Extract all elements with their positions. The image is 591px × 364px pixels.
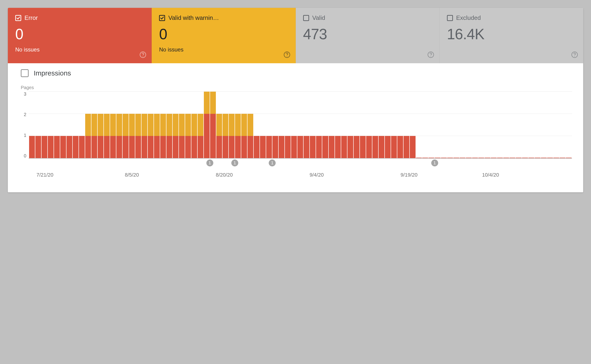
bar-column[interactable] — [516, 92, 521, 158]
bar-column[interactable] — [397, 92, 403, 158]
bar-column[interactable] — [472, 92, 478, 158]
card-valid[interactable]: Valid 473 — [296, 8, 440, 63]
bar-column[interactable] — [104, 92, 110, 158]
bar-column[interactable] — [403, 92, 409, 158]
bar-column[interactable] — [503, 92, 509, 158]
bar-column[interactable] — [322, 92, 328, 158]
bar-column[interactable] — [291, 92, 297, 158]
bar-column[interactable] — [148, 92, 154, 158]
bar-column[interactable] — [460, 92, 465, 158]
bar-column[interactable] — [273, 92, 278, 158]
bar-column[interactable] — [54, 92, 60, 158]
bar-column[interactable] — [66, 92, 72, 158]
bar-column[interactable] — [241, 92, 247, 158]
checkbox-checked-icon[interactable] — [159, 15, 165, 21]
bar-column[interactable] — [360, 92, 366, 158]
bar-column[interactable] — [160, 92, 166, 158]
bar-column[interactable] — [335, 92, 341, 158]
bar-column[interactable] — [491, 92, 497, 158]
bar-column[interactable] — [173, 92, 178, 158]
bar-column[interactable] — [522, 92, 528, 158]
bar-column[interactable] — [329, 92, 335, 158]
bar-column[interactable] — [247, 92, 253, 158]
bar-column[interactable] — [441, 92, 447, 158]
bar-column[interactable] — [341, 92, 347, 158]
bar-column[interactable] — [310, 92, 316, 158]
event-marker[interactable]: 1 — [269, 160, 276, 166]
bar-column[interactable] — [254, 92, 260, 158]
checkbox-unchecked-icon[interactable] — [21, 69, 29, 77]
bar-column[interactable] — [60, 92, 66, 158]
event-marker[interactable]: 1 — [231, 160, 238, 166]
bar-column[interactable] — [42, 92, 47, 158]
bar-column[interactable] — [73, 92, 78, 158]
bar-column[interactable] — [35, 92, 41, 158]
bar-column[interactable] — [85, 92, 91, 158]
bar-column[interactable] — [135, 92, 141, 158]
bar-column[interactable] — [91, 92, 97, 158]
event-marker[interactable]: 1 — [206, 160, 213, 166]
bar-column[interactable] — [185, 92, 191, 158]
help-icon[interactable] — [571, 51, 578, 58]
help-icon[interactable] — [139, 51, 146, 58]
bar-column[interactable] — [547, 92, 553, 158]
bar-column[interactable] — [98, 92, 104, 158]
card-excluded[interactable]: Excluded 16.4K — [440, 8, 583, 63]
bar-column[interactable] — [116, 92, 122, 158]
bar-column[interactable] — [279, 92, 284, 158]
bar-column[interactable] — [553, 92, 559, 158]
bar-column[interactable] — [347, 92, 353, 158]
bar-column[interactable] — [466, 92, 472, 158]
bar-column[interactable] — [509, 92, 515, 158]
bar-column[interactable] — [541, 92, 547, 158]
checkbox-unchecked-icon[interactable] — [303, 15, 309, 21]
bar-column[interactable] — [453, 92, 459, 158]
bar-column[interactable] — [391, 92, 397, 158]
bar-column[interactable] — [229, 92, 234, 158]
bar-column[interactable] — [210, 92, 216, 158]
bar-column[interactable] — [191, 92, 197, 158]
checkbox-checked-icon[interactable] — [15, 15, 21, 21]
bar-column[interactable] — [485, 92, 490, 158]
card-error[interactable]: Error 0 No issues — [8, 8, 152, 63]
bar-column[interactable] — [166, 92, 172, 158]
bar-column[interactable] — [354, 92, 359, 158]
bar-column[interactable] — [422, 92, 428, 158]
bar-column[interactable] — [304, 92, 309, 158]
bar-column[interactable] — [528, 92, 534, 158]
checkbox-unchecked-icon[interactable] — [447, 15, 453, 21]
bar-column[interactable] — [216, 92, 222, 158]
bar-column[interactable] — [372, 92, 378, 158]
bar-column[interactable] — [79, 92, 85, 158]
bar-column[interactable] — [478, 92, 484, 158]
bar-column[interactable] — [566, 92, 572, 158]
bar-column[interactable] — [410, 92, 416, 158]
bar-column[interactable] — [204, 92, 210, 158]
bar-column[interactable] — [179, 92, 185, 158]
bar-column[interactable] — [142, 92, 147, 158]
help-icon[interactable] — [427, 51, 434, 58]
bar-column[interactable] — [235, 92, 241, 158]
bar-column[interactable] — [266, 92, 272, 158]
bar-column[interactable] — [416, 92, 422, 158]
bar-column[interactable] — [198, 92, 203, 158]
bar-column[interactable] — [29, 92, 35, 158]
event-marker[interactable]: 1 — [431, 160, 438, 166]
bar-column[interactable] — [129, 92, 135, 158]
bar-column[interactable] — [366, 92, 372, 158]
bar-column[interactable] — [429, 92, 434, 158]
bar-column[interactable] — [260, 92, 266, 158]
bar-column[interactable] — [316, 92, 322, 158]
bar-column[interactable] — [385, 92, 391, 158]
bar-column[interactable] — [447, 92, 453, 158]
bar-column[interactable] — [285, 92, 291, 158]
bar-column[interactable] — [222, 92, 228, 158]
bar-column[interactable] — [48, 92, 53, 158]
bar-column[interactable] — [560, 92, 565, 158]
bar-column[interactable] — [123, 92, 128, 158]
bar-column[interactable] — [535, 92, 540, 158]
bar-column[interactable] — [435, 92, 441, 158]
card-valid-with-warnings[interactable]: Valid with warnin… 0 No issues — [152, 8, 296, 63]
impressions-toggle[interactable]: Impressions — [21, 69, 572, 77]
bar-column[interactable] — [497, 92, 503, 158]
